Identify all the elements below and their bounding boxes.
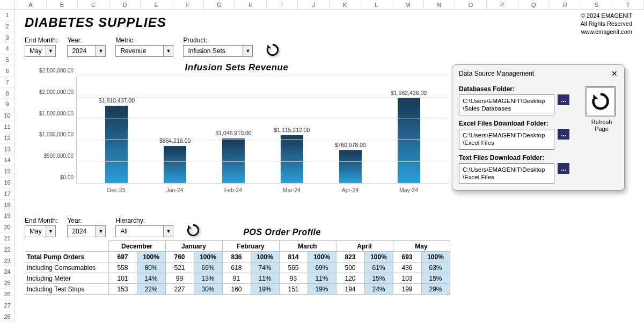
data-source-dialog[interactable]: Data Source Management ✕ Refresh Page Da… xyxy=(452,64,625,191)
row-header[interactable]: 20 xyxy=(0,222,14,233)
text-folder-label: Text Files Download Folder: xyxy=(459,154,569,162)
x-tick-label: Jan-24 xyxy=(145,184,204,193)
hierarchy-select[interactable]: All ▼ xyxy=(115,225,173,237)
column-header[interactable]: D xyxy=(109,0,141,9)
row-header[interactable]: 6 xyxy=(0,65,14,77)
row-header[interactable]: 10 xyxy=(0,110,14,121)
y-tick-label: $1,500,000.00 xyxy=(25,110,74,116)
browse-text-button[interactable]: ... xyxy=(558,163,569,174)
column-header[interactable]: G xyxy=(204,0,236,9)
chart-bar: $864,218.00 xyxy=(146,76,204,183)
pos-value-cell: 153 xyxy=(108,284,137,295)
row-header[interactable]: 24 xyxy=(0,266,14,277)
y-tick-label: $0.00 xyxy=(25,174,74,180)
close-icon[interactable]: ✕ xyxy=(611,69,618,78)
metric-select[interactable]: Revenue ▼ xyxy=(115,45,173,57)
pos-year-select[interactable]: 2024 ▼ xyxy=(67,225,106,237)
row-headers: 1234567891011121314151617181920212223242… xyxy=(0,10,15,322)
db-folder-input[interactable]: C:\Users\EMAGENIT\Desktop\Sales Database… xyxy=(459,94,554,115)
pos-percent-cell: 24% xyxy=(364,284,393,295)
pos-row-label: Including Meter xyxy=(25,273,108,284)
row-header[interactable]: 15 xyxy=(0,166,14,177)
column-header[interactable]: B xyxy=(47,0,78,9)
row-header[interactable]: 18 xyxy=(0,200,14,211)
row-header[interactable]: 4 xyxy=(0,43,14,54)
column-headers: ABCDEFGHIJKLMNOPQRST xyxy=(0,0,644,10)
column-header[interactable]: A xyxy=(15,0,47,9)
copyright-line: All Rights Reserved xyxy=(580,20,632,28)
column-header[interactable]: E xyxy=(141,0,172,9)
db-folder-label: Databases Folder: xyxy=(459,85,569,93)
column-header[interactable]: T xyxy=(612,0,644,9)
row-header[interactable]: 1 xyxy=(0,10,14,21)
row-header[interactable]: 3 xyxy=(0,32,14,43)
pos-end-month-select[interactable]: May ▼ xyxy=(25,225,56,237)
column-header[interactable]: C xyxy=(78,0,109,9)
text-folder-input[interactable]: C:\Users\EMAGENIT\Desktop\Excel Files xyxy=(459,163,554,184)
column-header[interactable]: Q xyxy=(518,0,550,9)
pos-value-cell: 101 xyxy=(108,273,137,284)
column-header[interactable]: P xyxy=(487,0,518,9)
column-header[interactable]: L xyxy=(361,0,393,9)
column-header[interactable]: J xyxy=(298,0,330,9)
pos-value-cell: 194 xyxy=(336,284,364,295)
row-header[interactable]: 25 xyxy=(0,277,14,289)
excel-folder-label: Excel Files Download Folder: xyxy=(459,120,569,127)
row-header[interactable]: 27 xyxy=(0,300,14,311)
column-header[interactable]: S xyxy=(581,0,613,9)
pos-value-cell: 823 xyxy=(336,252,364,262)
row-header[interactable]: 2 xyxy=(0,21,14,32)
pos-month-header: April xyxy=(336,241,393,252)
row-header[interactable]: 26 xyxy=(0,289,14,300)
column-header[interactable]: M xyxy=(392,0,424,9)
row-header[interactable]: 16 xyxy=(0,177,14,188)
row-header[interactable]: 14 xyxy=(0,155,14,166)
column-header[interactable]: O xyxy=(455,0,487,9)
refresh-chart-button[interactable] xyxy=(265,42,281,58)
pos-percent-cell: 100% xyxy=(137,252,165,262)
pos-percent-cell: 100% xyxy=(251,252,279,262)
row-header[interactable]: 5 xyxy=(0,54,14,65)
pos-title: POS Order Profile xyxy=(243,228,321,237)
browse-db-button[interactable]: ... xyxy=(558,94,569,105)
end-month-select[interactable]: May ▼ xyxy=(25,45,56,57)
x-tick-label: Feb-24 xyxy=(204,184,262,193)
pos-row-label: Including Comsumables xyxy=(25,262,108,273)
year-select[interactable]: 2024 ▼ xyxy=(67,45,106,57)
row-header[interactable]: 12 xyxy=(0,133,14,144)
copyright-block: © 2024 EMAGENIT All Rights Reserved www.… xyxy=(580,12,632,36)
row-header[interactable]: 17 xyxy=(0,188,14,200)
chart-title: Infusion Sets Revenue xyxy=(25,62,449,73)
column-header[interactable]: I xyxy=(267,0,298,9)
row-header[interactable]: 19 xyxy=(0,210,14,222)
refresh-icon xyxy=(591,92,610,111)
column-header[interactable]: F xyxy=(172,0,204,9)
excel-folder-input[interactable]: C:\Users\EMAGENIT\Desktop\Excel Files xyxy=(459,129,554,150)
column-header[interactable]: K xyxy=(330,0,361,9)
pos-value-cell: 199 xyxy=(393,284,421,295)
chart-x-axis: Dec-23Jan-24Feb-24Mar-24Apr-24May-24 xyxy=(76,184,449,193)
row-header[interactable]: 13 xyxy=(0,144,14,155)
row-header[interactable]: 11 xyxy=(0,121,14,133)
column-header[interactable]: R xyxy=(550,0,581,9)
row-header[interactable]: 28 xyxy=(0,311,14,322)
column-header[interactable]: H xyxy=(235,0,267,9)
x-tick-label: May-24 xyxy=(379,184,438,193)
refresh-page-button[interactable]: Refresh Page xyxy=(586,86,618,133)
browse-excel-button[interactable]: ... xyxy=(558,129,569,140)
refresh-pos-button[interactable] xyxy=(185,222,201,238)
row-header[interactable]: 7 xyxy=(0,77,14,88)
row-header[interactable]: 21 xyxy=(0,233,14,244)
pos-value-cell: 99 xyxy=(165,273,194,284)
pos-row-label: Total Pump Orders xyxy=(25,252,108,262)
row-header[interactable]: 8 xyxy=(0,88,14,99)
product-select[interactable]: Infusion Sets ▼ xyxy=(183,45,253,57)
copyright-line: © 2024 EMAGENIT xyxy=(580,12,632,20)
column-header[interactable]: N xyxy=(424,0,456,9)
pos-percent-cell: 11% xyxy=(308,273,336,284)
chevron-down-icon: ▼ xyxy=(243,46,252,56)
row-header[interactable]: 23 xyxy=(0,255,14,267)
metric-label: Metric: xyxy=(115,36,173,44)
row-header[interactable]: 9 xyxy=(0,99,14,110)
row-header[interactable]: 22 xyxy=(0,244,14,255)
